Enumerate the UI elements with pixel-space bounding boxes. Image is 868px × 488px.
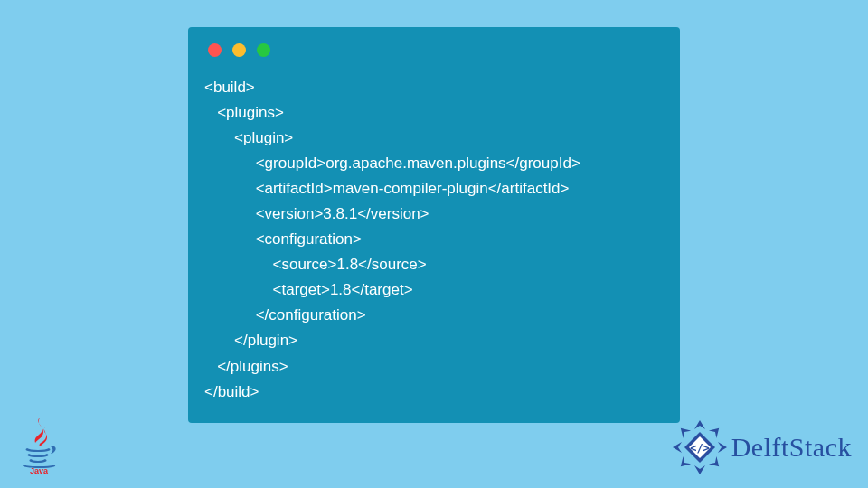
svg-text:</>: </> (690, 442, 710, 455)
code-window: <build> <plugins> <plugin> <groupId>org.… (188, 27, 680, 423)
maximize-icon (257, 43, 270, 57)
close-icon (208, 43, 222, 57)
svg-marker-7 (673, 442, 682, 453)
svg-marker-2 (709, 425, 723, 439)
delftstack-brand: </> DelftStack (672, 419, 852, 475)
minimize-icon (232, 43, 246, 57)
svg-marker-4 (709, 456, 723, 471)
svg-marker-8 (676, 425, 691, 439)
delftstack-logo-icon: </> (672, 419, 728, 475)
svg-marker-1 (694, 420, 705, 429)
code-block: <build> <plugins> <plugin> <groupId>org.… (204, 75, 664, 405)
window-controls (208, 43, 664, 57)
java-logo-icon: Java (18, 416, 60, 477)
svg-text:Java: Java (30, 466, 49, 474)
delftstack-name: DelftStack (731, 432, 852, 463)
svg-marker-3 (718, 442, 727, 453)
svg-marker-5 (694, 465, 705, 474)
svg-marker-6 (676, 456, 691, 471)
